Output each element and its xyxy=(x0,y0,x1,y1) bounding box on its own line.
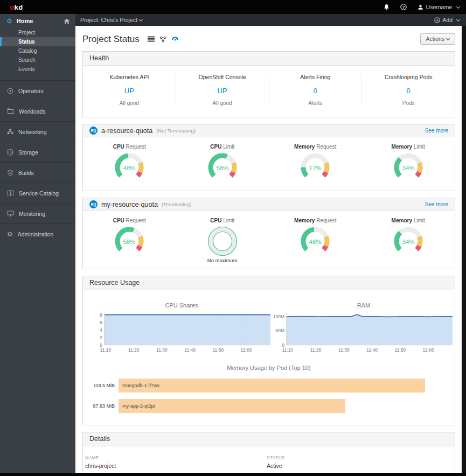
main-content: Project Status xyxy=(75,26,462,476)
svg-text:2: 2 xyxy=(100,335,102,340)
svg-text:4: 4 xyxy=(100,327,102,333)
sidebar-item-project[interactable]: Project xyxy=(0,28,75,37)
operators-icon xyxy=(7,88,13,94)
svg-text:11:20: 11:20 xyxy=(310,347,322,353)
quota-name: a-resource-quota xyxy=(101,127,152,135)
sidebar-item-builds[interactable]: Builds xyxy=(0,162,75,183)
svg-text:11:20: 11:20 xyxy=(128,347,140,353)
no-maximum-label: No maximum xyxy=(207,257,238,263)
health-item-alerts-firing: Alerts Firing 0 Alerts xyxy=(269,74,362,106)
sidebar-item-search[interactable]: Search xyxy=(0,55,75,65)
monitor-icon xyxy=(7,211,14,216)
actions-button[interactable]: Actions xyxy=(420,33,455,45)
svg-text:34%: 34% xyxy=(402,239,414,245)
okd-logo[interactable]: okd xyxy=(10,3,23,11)
detail-name: NAME chris-project xyxy=(85,455,267,469)
notification-bell-icon[interactable] xyxy=(384,4,390,10)
sidebar: ⚙ Home Project Status Catalog Search Eve… xyxy=(0,14,75,476)
svg-text:12:00: 12:00 xyxy=(422,347,434,353)
detail-status: STATUS Active xyxy=(267,455,448,469)
gauge-memory-limit: Memory Limit 34% xyxy=(362,144,455,185)
gear-icon: ⚙ xyxy=(6,18,12,24)
quota-scope: (Terminating) xyxy=(162,201,191,207)
svg-text:11:10: 11:10 xyxy=(282,347,294,353)
topology-view-icon[interactable] xyxy=(159,36,166,43)
health-card: Health Kubernetes API UP All good OpenSh… xyxy=(82,51,455,117)
sidebar-item-operators[interactable]: Operators xyxy=(0,80,75,101)
svg-text:11:50: 11:50 xyxy=(394,347,406,353)
gauge-memory-limit: Memory Limit 34% xyxy=(362,218,455,263)
user-menu[interactable]: Username xyxy=(418,4,460,10)
bottom-edge xyxy=(0,473,466,476)
resource-usage-header: Resource Usage xyxy=(83,276,455,290)
user-avatar-icon xyxy=(418,4,423,10)
memory-request-gauge: 48% xyxy=(298,226,332,259)
sidebar-item-home[interactable]: ⚙ Home xyxy=(0,14,75,27)
memory-limit-gauge: 34% xyxy=(391,152,426,185)
svg-text:48%: 48% xyxy=(309,239,322,245)
ram-chart: RAM 050M100M11:1011:2011:3011:4011:5012:… xyxy=(273,302,455,356)
svg-text:8: 8 xyxy=(100,312,102,318)
catalog-book-icon xyxy=(7,190,14,196)
okd-console: okd ? Username ⚙ Home xyxy=(0,0,466,476)
gauge-cpu-limit: CPU Limit 58% xyxy=(176,144,269,185)
gauge-memory-request: Memory Request 48% xyxy=(269,218,362,263)
cpu-shares-chart: CPU Shares 0246811:1011:2011:3011:4011:5… xyxy=(91,302,273,356)
see-more-link[interactable]: See more xyxy=(425,128,448,134)
sidebar-item-catalog[interactable]: Catalog xyxy=(0,46,75,55)
list-view-icon[interactable] xyxy=(148,36,155,42)
svg-text:50M: 50M xyxy=(275,328,284,333)
pod-memory-row: 87.63 MiBmy-app-2-qt2pr xyxy=(91,399,447,413)
quota-card-header: RQ my-resource-quota (Terminating) See m… xyxy=(83,198,455,211)
memory-by-pod-chart: Memory Usage by Pod (Top 10) 118.5 MiBmo… xyxy=(91,365,447,413)
help-icon[interactable]: ? xyxy=(400,4,407,10)
chevron-down-icon xyxy=(456,4,460,8)
see-more-link[interactable]: See more xyxy=(425,201,448,207)
gauge-cpu-limit: CPU Limit No maximum xyxy=(176,218,269,263)
resource-quota-badge: RQ xyxy=(89,127,98,135)
quota-name: my-resource-quota xyxy=(101,201,158,208)
resource-quota-card: RQ my-resource-quota (Terminating) See m… xyxy=(82,198,455,269)
svg-text:17%: 17% xyxy=(309,165,322,171)
gauge-memory-request: Memory Request 17% xyxy=(269,144,362,185)
add-button[interactable]: Add xyxy=(434,17,460,23)
memory-by-pod-bars: 118.5 MiBmongodb-1-lf7xw87.63 MiBmy-app-… xyxy=(91,379,447,413)
page-title: Project Status xyxy=(82,34,140,45)
svg-text:34%: 34% xyxy=(402,165,414,171)
svg-text:100M: 100M xyxy=(273,314,284,319)
health-item-crashlooping-pods: Crashlooping Pods 0 Pods xyxy=(361,74,455,106)
sidebar-item-networking[interactable]: Networking xyxy=(0,121,75,142)
plus-circle-icon xyxy=(434,17,440,23)
sidebar-item-status[interactable]: Status xyxy=(0,37,75,46)
pod-memory-row: 118.5 MiBmongodb-1-lf7xw xyxy=(91,379,447,393)
username-label: Username xyxy=(426,4,452,10)
sidebar-item-monitoring[interactable]: Monitoring xyxy=(0,203,75,223)
chevron-down-icon xyxy=(456,17,460,21)
sidebar-item-service-catalog[interactable]: Service Catalog xyxy=(0,183,75,203)
cpu-limit-gauge xyxy=(205,226,240,259)
svg-text:58%: 58% xyxy=(216,165,228,171)
resource-quota-card: RQ a-resource-quota (Not Terminating) Se… xyxy=(82,124,455,191)
project-selector[interactable]: Project: Chris's Project xyxy=(80,17,142,23)
resource-quota-badge: RQ xyxy=(89,200,98,208)
dashboard-view-icon[interactable] xyxy=(171,36,179,43)
chevron-down-icon xyxy=(446,36,450,40)
svg-text:11:40: 11:40 xyxy=(366,347,378,353)
svg-text:11:40: 11:40 xyxy=(184,347,196,353)
page-header: Project Status xyxy=(82,26,455,51)
svg-text:58%: 58% xyxy=(123,239,136,245)
sidebar-item-workloads[interactable]: Workloads xyxy=(0,101,75,121)
svg-text:48%: 48% xyxy=(123,165,136,171)
quota-card-header: RQ a-resource-quota (Not Terminating) Se… xyxy=(83,124,455,137)
masthead: okd ? Username xyxy=(0,0,466,14)
sidebar-item-administration[interactable]: ⚙ Administration xyxy=(0,223,75,244)
scrollbar-track[interactable] xyxy=(462,26,466,476)
details-card: Details NAME chris-project LABELS No Sel… xyxy=(82,432,455,476)
sidebar-item-events[interactable]: Events xyxy=(0,65,75,74)
memory-request-gauge: 17% xyxy=(298,152,332,185)
sidebar-item-storage[interactable]: Storage xyxy=(0,142,75,162)
svg-text:11:30: 11:30 xyxy=(338,347,350,353)
svg-text:?: ? xyxy=(402,5,405,10)
svg-text:11:50: 11:50 xyxy=(212,347,224,353)
cpu-request-gauge: 58% xyxy=(112,226,147,259)
